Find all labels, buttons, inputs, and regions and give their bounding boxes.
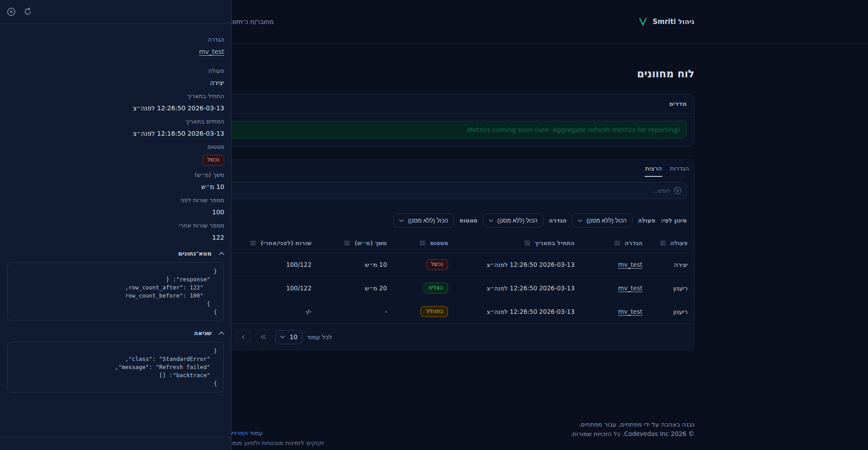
cell-status: בתהליך <box>393 300 454 323</box>
column-header-inner: התחיל בתאריך <box>454 240 575 246</box>
brand-logo-icon <box>638 17 647 26</box>
definition-link[interactable]: mv_test <box>618 261 642 268</box>
filter-row: סינון לפי: פעולההכול (ללא מסנן)הגדרההכול… <box>181 213 687 227</box>
first-page-button[interactable] <box>255 329 271 345</box>
chevron-up-icon <box>219 252 224 255</box>
column-menu-icon[interactable] <box>250 241 256 246</box>
cell-action: יצירה <box>649 253 694 276</box>
drawer-field: התחיל בתאריך2026-03-13 12:26:50 לפנה״צ <box>7 93 224 112</box>
column-header: פעולה <box>649 234 694 253</box>
main-content: לוח מחוונים מדדים Metrics coming soon (s… <box>174 67 694 350</box>
cell-rows: -/- <box>227 300 318 323</box>
column-header-inner: פעולה <box>649 240 688 246</box>
definition-link[interactable]: mv_test <box>199 48 224 55</box>
filter-select-value: הכול (ללא מסנן) <box>408 217 448 224</box>
drawer-field-value: mv_test <box>7 47 224 56</box>
page-title: לוח מחוונים <box>174 67 694 80</box>
column-header-inner: סטטוס <box>393 240 448 246</box>
chevron-down-icon <box>578 219 582 222</box>
definition-link[interactable]: mv_test <box>618 308 642 315</box>
runs-table: פעולההגדרההתחיל בתאריךסטטוסמשך (מ״ש)שורו… <box>173 234 694 323</box>
column-header: סטטוס <box>393 234 454 253</box>
drawer-field-value: 2026-03-13 12:26:50 לפנה״צ <box>7 104 224 112</box>
footer-copyright: © 2026 Codevedas Inc. כל הזכויות שמורות. <box>571 429 694 439</box>
drawer-field-label: משך (מ״ש) <box>7 171 224 179</box>
column-menu-icon[interactable] <box>524 241 530 246</box>
cell-definition: mv_test <box>581 300 649 323</box>
code-box: { "class": "StandardError", "message": "… <box>7 342 224 393</box>
drawer-field-label: הסתיים בתאריך <box>7 118 224 125</box>
app-screen: ניהול Smriti מחובר/ת כ־admin@example.com… <box>0 0 868 450</box>
drawer-field-value: 2026-03-13 12:16:50 לפנה״צ <box>7 129 224 137</box>
runs-card: הגדרות הרצות סינון לפי: פעולההכול (ללא מ… <box>174 159 694 350</box>
drawer-section-toggle[interactable]: שגיאה <box>7 329 224 336</box>
filter-field-name: פעולה <box>638 217 655 224</box>
search-wrap <box>181 182 687 199</box>
cell-duration: 20 מ״ש <box>318 276 393 300</box>
column-header: הגדרה <box>581 234 649 253</box>
filter-select-0[interactable]: הכול (ללא מסנן) <box>572 213 632 227</box>
drawer-field-label: פעולה <box>7 67 224 75</box>
drawer-field-value: 100 <box>7 208 224 216</box>
column-menu-icon[interactable] <box>660 241 666 246</box>
drawer-field-value: יצירה <box>7 79 224 87</box>
code-box: { "response": { "row_count_after": 122, … <box>7 262 224 321</box>
cell-duration: 10 מ״ש <box>318 253 393 276</box>
table-row: ריענוןmv_test2026-03-13 12:26:50 לפנה״צב… <box>173 300 694 323</box>
filter-field-name: הגדרה <box>549 217 566 224</box>
per-page-select[interactable]: 10 <box>275 330 302 344</box>
drawer-field: מספר שורות אחרי122 <box>7 222 224 242</box>
status-badge: נכשל <box>203 155 224 166</box>
filter-select-2[interactable]: הכול (ללא מסנן) <box>393 213 454 227</box>
search-input[interactable] <box>181 182 687 199</box>
column-menu-icon[interactable] <box>344 241 350 246</box>
tabs-row: הגדרות הרצות <box>174 160 694 177</box>
code-content: { "class": "StandardError", "message": "… <box>14 347 217 388</box>
status-badge: בתהליך <box>420 306 448 317</box>
drawer-section-toggle[interactable]: מטא־נתונים <box>7 250 224 257</box>
brand[interactable]: ניהול Smriti <box>638 17 694 26</box>
definition-link[interactable]: mv_test <box>618 284 642 292</box>
column-header-label: הגדרה <box>625 240 642 246</box>
footer-made-with: נבנה באהבה על ידי מפתחים, עבור מפתחים. <box>571 420 694 429</box>
column-header-label: שורות (לפני/אחרי) <box>260 240 311 246</box>
prev-page-button[interactable] <box>236 329 251 345</box>
drawer-field: סטטוסנכשל <box>7 143 224 166</box>
table-header-row: פעולההגדרההתחיל בתאריךסטטוסמשך (מ״ש)שורו… <box>173 234 694 253</box>
per-page-label: לכל עמוד <box>307 333 332 341</box>
cell-action: ריענון <box>649 300 694 323</box>
pagination-bar: לכל עמוד 10 <box>174 323 694 350</box>
drawer-header <box>0 0 231 24</box>
cell-started-at: 2026-03-13 12:26:50 לפנה״צ <box>454 276 581 300</box>
footer-support-text: זקוקים לזמינות מובטחת ולסיוע מומחים? <box>217 439 324 446</box>
refresh-icon[interactable] <box>23 7 33 17</box>
filter-by-label: סינון לפי: <box>661 217 687 224</box>
clear-search-icon[interactable] <box>674 186 682 194</box>
tab-definitions[interactable]: הגדרות <box>670 160 689 176</box>
tab-runs[interactable]: הרצות <box>645 160 662 176</box>
drawer-field-label: סטטוס <box>7 143 224 151</box>
drawer-field-label: התחיל בתאריך <box>7 93 224 100</box>
chevron-down-icon <box>280 336 285 338</box>
column-menu-icon[interactable] <box>614 241 620 246</box>
column-header-inner: הגדרה <box>581 240 642 246</box>
drawer-footer-divider <box>0 437 231 437</box>
drawer-field: הגדרהmv_test <box>7 36 224 56</box>
drawer-section-title: שגיאה <box>194 329 212 336</box>
filter-select-value: הכול (ללא מסנן) <box>586 217 627 224</box>
cell-rows: 100/122 <box>227 276 318 300</box>
per-page-value: 10 <box>290 333 297 341</box>
drawer-section-title: מטא־נתונים <box>178 250 212 257</box>
column-menu-icon[interactable] <box>420 241 425 246</box>
drawer-field: פעולהיצירה <box>7 67 224 87</box>
drawer-body: הגדרהmv_testפעולהיצירההתחיל בתאריך2026-0… <box>0 24 231 393</box>
cell-definition: mv_test <box>581 276 649 300</box>
drawer-field-value: נכשל <box>7 155 224 166</box>
cell-definition: mv_test <box>581 253 649 276</box>
cell-status: הצליח <box>393 276 454 300</box>
close-circle-icon[interactable] <box>6 7 16 17</box>
cell-started-at: 2026-03-13 12:26:50 לפנה״צ <box>454 253 581 276</box>
drawer-field-value: 10 מ״ש <box>7 183 224 191</box>
filter-select-1[interactable]: הכול (ללא מסנן) <box>483 213 543 227</box>
column-header-label: פעולה <box>670 240 688 246</box>
